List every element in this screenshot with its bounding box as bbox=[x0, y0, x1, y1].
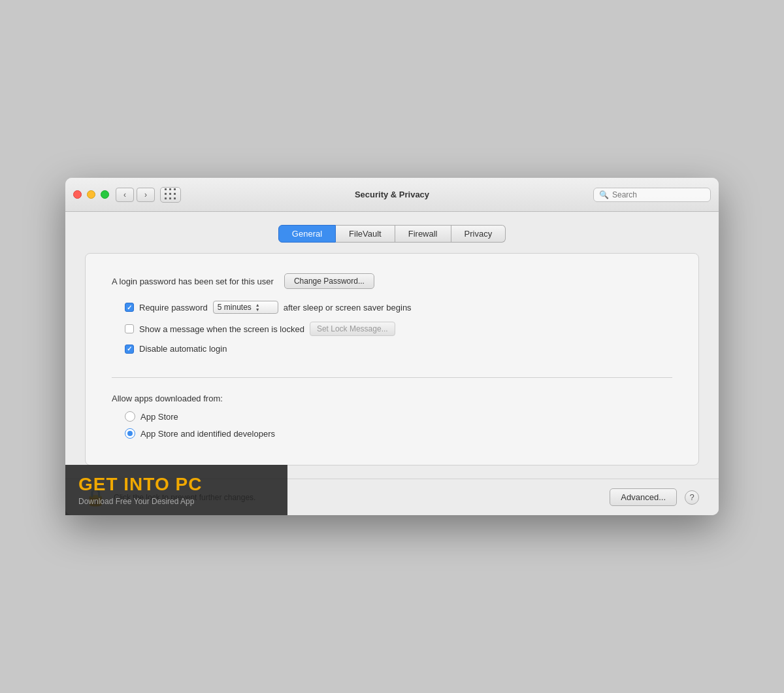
advanced-button[interactable]: Advanced... bbox=[610, 488, 677, 506]
tab-bar: General FileVault Firewall Privacy bbox=[85, 225, 699, 243]
set-lock-message-button[interactable]: Set Lock Message... bbox=[310, 322, 395, 336]
window-title: Security & Privacy bbox=[355, 190, 429, 199]
search-input[interactable] bbox=[612, 190, 705, 199]
tab-filevault[interactable]: FileVault bbox=[336, 225, 395, 243]
show-message-row: Show a message when the screen is locked… bbox=[112, 322, 672, 336]
allow-apps-label: Allow apps downloaded from: bbox=[112, 394, 672, 403]
settings-panel: A login password has been set for this u… bbox=[85, 253, 699, 465]
require-password-row: Require password 5 minutes ▲ ▼ after sle… bbox=[112, 301, 672, 314]
require-password-checkbox[interactable] bbox=[125, 303, 134, 312]
main-content: General FileVault Firewall Privacy A log… bbox=[65, 212, 719, 479]
app-store-radio-row: App Store bbox=[112, 411, 672, 422]
tab-privacy[interactable]: Privacy bbox=[451, 225, 506, 243]
app-store-radio[interactable] bbox=[125, 411, 135, 422]
password-interval-value: 5 minutes bbox=[218, 303, 252, 312]
nav-buttons: ‹ › bbox=[116, 188, 155, 202]
help-button[interactable]: ? bbox=[685, 490, 699, 505]
change-password-button[interactable]: Change Password... bbox=[284, 273, 374, 289]
tab-general[interactable]: General bbox=[278, 225, 336, 243]
watermark-pc: PC bbox=[170, 474, 203, 494]
watermark-get: GET bbox=[78, 474, 123, 494]
password-interval-dropdown[interactable]: 5 minutes ▲ ▼ bbox=[213, 301, 278, 314]
maximize-button[interactable] bbox=[101, 190, 109, 199]
watermark-subtitle: Download Free Your Desired App bbox=[78, 497, 274, 506]
app-store-developers-radio-row: App Store and identified developers bbox=[112, 428, 672, 439]
show-message-checkbox[interactable] bbox=[125, 324, 134, 333]
app-store-developers-radio[interactable] bbox=[125, 428, 135, 439]
close-button[interactable] bbox=[73, 190, 82, 199]
search-icon: 🔍 bbox=[599, 190, 609, 199]
back-button[interactable]: ‹ bbox=[116, 188, 134, 202]
grid-icon bbox=[165, 188, 177, 201]
dropdown-arrows-icon: ▲ ▼ bbox=[255, 303, 260, 312]
disable-autologin-label: Disable automatic login bbox=[139, 344, 227, 354]
require-password-label: Require password bbox=[139, 303, 208, 313]
disable-autologin-checkbox[interactable] bbox=[125, 345, 134, 354]
after-label: after sleep or screen saver begins bbox=[284, 303, 412, 313]
app-store-label: App Store bbox=[140, 412, 178, 422]
minimize-button[interactable] bbox=[87, 190, 95, 199]
app-store-developers-label: App Store and identified developers bbox=[140, 429, 275, 439]
watermark-into: INTO bbox=[123, 474, 169, 494]
section-divider bbox=[112, 377, 672, 378]
grid-button[interactable] bbox=[160, 187, 181, 203]
show-message-label: Show a message when the screen is locked bbox=[139, 324, 304, 334]
watermark: GET INTO PC Download Free Your Desired A… bbox=[65, 465, 287, 515]
disable-autologin-row: Disable automatic login bbox=[112, 344, 672, 354]
password-row: A login password has been set for this u… bbox=[112, 273, 672, 289]
password-label: A login password has been set for this u… bbox=[112, 277, 274, 286]
tab-firewall[interactable]: Firewall bbox=[395, 225, 451, 243]
titlebar: ‹ › Security & Privacy 🔍 bbox=[65, 178, 719, 212]
forward-button[interactable]: › bbox=[137, 188, 155, 202]
search-bar[interactable]: 🔍 bbox=[593, 188, 711, 202]
traffic-lights bbox=[73, 190, 109, 199]
watermark-title: GET INTO PC bbox=[78, 474, 274, 495]
